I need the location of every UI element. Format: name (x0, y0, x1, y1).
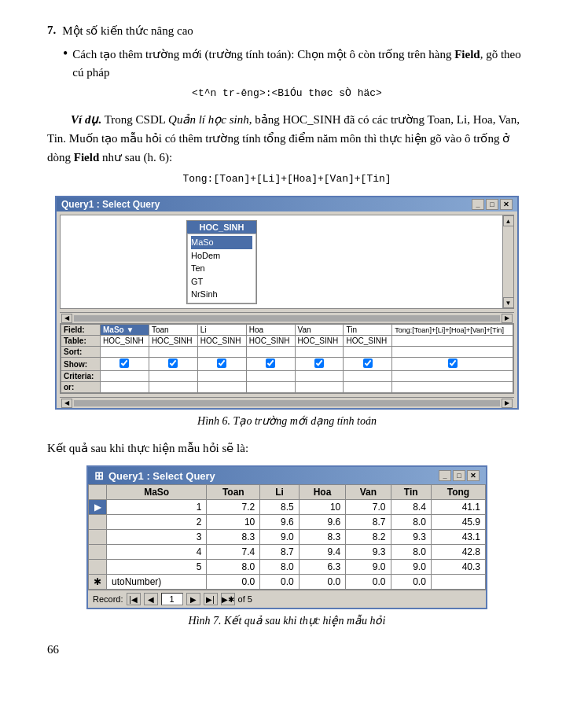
close-button-2[interactable]: ✕ (467, 470, 480, 481)
grid-field-tong[interactable]: Tong:[Toan]+[Li]+[Hoa]+[Van]+[Tin] (392, 325, 513, 336)
cell-hoa-5[interactable]: 6.3 (299, 560, 345, 575)
cell-tong-5[interactable]: 40.3 (431, 560, 485, 575)
row-label-field: Field: (61, 325, 101, 336)
scroll-down-btn[interactable]: ▼ (503, 297, 514, 308)
nav-current-record[interactable]: 1 (161, 593, 183, 605)
cell-van-5[interactable]: 9.0 (346, 560, 391, 575)
grid-field-maso[interactable]: MaSo ▼ (101, 325, 149, 336)
cell-tin-new[interactable]: 0.0 (391, 575, 431, 590)
grid-show-4[interactable] (246, 358, 295, 371)
qw1-titlebar: Query1 : Select Query _ □ ✕ (57, 197, 517, 211)
grid-show-5[interactable] (295, 358, 344, 371)
row-label-criteria: Criteria: (61, 371, 101, 382)
scrollbar-vertical-upper[interactable]: ▲ ▼ (502, 215, 513, 308)
cell-van-new[interactable]: 0.0 (346, 575, 391, 590)
nav-prev-btn[interactable]: ◀ (144, 593, 158, 605)
grid-show-7[interactable] (392, 358, 513, 371)
nav-next-btn[interactable]: ▶ (186, 593, 200, 605)
cell-toan-5[interactable]: 8.0 (207, 560, 260, 575)
grid-or-6[interactable] (344, 382, 392, 393)
minimize-button-2[interactable]: _ (439, 470, 451, 481)
grid-field-hoa[interactable]: Hoa (246, 325, 295, 336)
cell-hoa-4[interactable]: 9.4 (299, 545, 345, 560)
cell-van-2[interactable]: 8.7 (346, 515, 391, 530)
grid-show-6[interactable] (344, 358, 392, 371)
cell-toan-2[interactable]: 10 (207, 515, 260, 530)
cell-tong-new[interactable] (431, 575, 485, 590)
nav-new-btn[interactable]: ▶✱ (221, 593, 235, 605)
cell-van-1[interactable]: 7.0 (346, 500, 391, 515)
record-label: Record: (93, 594, 123, 604)
hoc-sinh-fields: MaSo HoDem Ten GT NrSinh (187, 233, 256, 303)
nav-first-btn[interactable]: |◀ (127, 593, 141, 605)
cell-tin-2[interactable]: 8.0 (391, 515, 431, 530)
cell-maso-2[interactable]: 2 (107, 515, 207, 530)
scrollbar-horizontal-bottom[interactable]: ◀ ▶ (60, 397, 514, 408)
grid-sort-3 (197, 347, 246, 358)
grid-field-li[interactable]: Li (197, 325, 246, 336)
grid-or-1[interactable] (101, 382, 149, 393)
grid-or-7[interactable] (392, 382, 513, 393)
cell-li-3[interactable]: 9.0 (260, 530, 300, 545)
grid-show-2[interactable] (149, 358, 197, 371)
cell-hoa-1[interactable]: 10 (299, 500, 345, 515)
qw2-titlebar-left: ⊞ Query1 : Select Query (94, 469, 215, 482)
grid-crit-3[interactable] (197, 371, 246, 382)
cell-tin-5[interactable]: 9.0 (391, 560, 431, 575)
grid-crit-1[interactable] (101, 371, 149, 382)
cell-tin-4[interactable]: 8.0 (391, 545, 431, 560)
cell-li-new[interactable]: 0.0 (260, 575, 300, 590)
cell-li-2[interactable]: 9.6 (260, 515, 300, 530)
grid-field-van[interactable]: Van (295, 325, 344, 336)
grid-crit-5[interactable] (295, 371, 344, 382)
minimize-button[interactable]: _ (472, 199, 484, 210)
scroll-left-btn-2[interactable]: ◀ (61, 399, 72, 408)
qw2-result-grid: MaSo Toan Li Hoa Van Tin Tong ▶ 1 7.2 8.… (88, 484, 486, 590)
cell-hoa-2[interactable]: 9.6 (299, 515, 345, 530)
cell-maso-3[interactable]: 3 (107, 530, 207, 545)
cell-tong-1[interactable]: 41.1 (431, 500, 485, 515)
grid-or-4[interactable] (246, 382, 295, 393)
grid-show-1[interactable] (101, 358, 149, 371)
cell-hoa-new[interactable]: 0.0 (299, 575, 345, 590)
cell-hoa-3[interactable]: 8.3 (299, 530, 345, 545)
restore-button-2[interactable]: □ (453, 470, 465, 481)
cell-maso-4[interactable]: 4 (107, 545, 207, 560)
scroll-up-btn[interactable]: ▲ (503, 215, 514, 226)
cell-tong-2[interactable]: 45.9 (431, 515, 485, 530)
restore-button[interactable]: □ (486, 199, 498, 210)
cell-toan-new[interactable]: 0.0 (207, 575, 260, 590)
grid-crit-2[interactable] (149, 371, 197, 382)
cell-toan-3[interactable]: 8.3 (207, 530, 260, 545)
grid-field-toan[interactable]: Toan (149, 325, 197, 336)
cell-tong-4[interactable]: 42.8 (431, 545, 485, 560)
grid-crit-6[interactable] (344, 371, 392, 382)
cell-li-4[interactable]: 8.7 (260, 545, 300, 560)
grid-field-tin[interactable]: Tin (344, 325, 392, 336)
grid-crit-7[interactable] (392, 371, 513, 382)
grid-or-5[interactable] (295, 382, 344, 393)
grid-show-3[interactable] (197, 358, 246, 371)
cell-maso-new[interactable]: utoNumber) (107, 575, 207, 590)
cell-li-5[interactable]: 8.0 (260, 560, 300, 575)
cell-toan-1[interactable]: 7.2 (207, 500, 260, 515)
cell-van-4[interactable]: 9.3 (346, 545, 391, 560)
grid-or-3[interactable] (197, 382, 246, 393)
grid-row-table: Table: HOC_SINH HOC_SINH HOC_SINH HOC_SI… (61, 336, 513, 347)
cell-li-1[interactable]: 8.5 (260, 500, 300, 515)
grid-or-2[interactable] (149, 382, 197, 393)
cell-tong-3[interactable]: 43.1 (431, 530, 485, 545)
nav-last-btn[interactable]: ▶| (204, 593, 218, 605)
cell-van-3[interactable]: 8.2 (346, 530, 391, 545)
cell-maso-5[interactable]: 5 (107, 560, 207, 575)
cell-tin-1[interactable]: 8.4 (391, 500, 431, 515)
cell-tin-3[interactable]: 9.3 (391, 530, 431, 545)
scroll-right-btn[interactable]: ▶ (502, 314, 513, 323)
close-button[interactable]: ✕ (500, 199, 513, 210)
cell-maso-1[interactable]: 1 (107, 500, 207, 515)
scroll-right-btn-2[interactable]: ▶ (502, 399, 513, 408)
scroll-left-btn[interactable]: ◀ (61, 314, 72, 323)
cell-toan-4[interactable]: 7.4 (207, 545, 260, 560)
scrollbar-horizontal-upper[interactable]: ◀ ▶ (60, 312, 514, 323)
grid-crit-4[interactable] (246, 371, 295, 382)
